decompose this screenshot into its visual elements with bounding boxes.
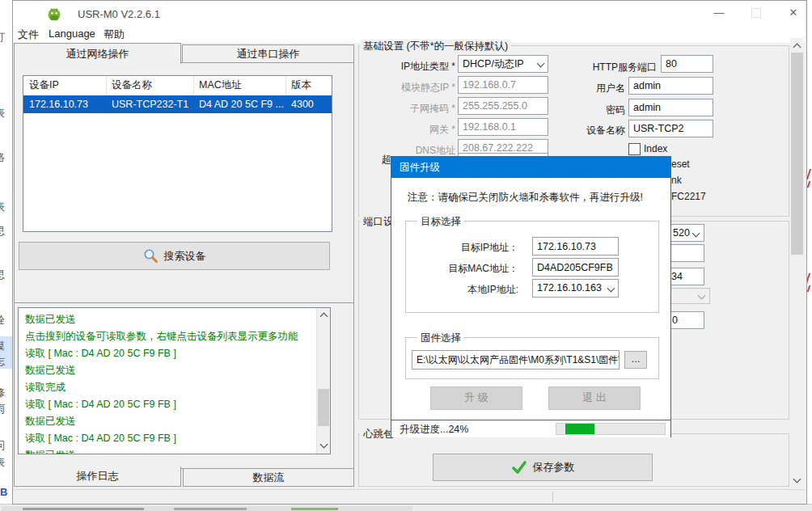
column-header-mac[interactable]: MAC地址 (193, 76, 286, 95)
check-icon (511, 460, 527, 475)
tab-operation-log[interactable]: 操作日志 (14, 467, 181, 487)
progress-chunk (565, 424, 594, 434)
window-title: USR-M0 V2.2.6.1 (78, 8, 160, 20)
device-table[interactable]: 设备IP 设备名称 MAC地址 版本 172.16.10.73 USR-TCP2… (23, 75, 332, 232)
reset-checkbox-label-fragment: eset (671, 158, 690, 170)
edge-fragment: 络 (0, 150, 6, 165)
edge-fragment: 思 (0, 224, 6, 239)
edge-fragment: 表 (0, 106, 6, 120)
log-box[interactable]: 数据已发送 点击搜到的设备可读取参数，右键点击设备列表显示更多功能 读取 [ M… (18, 307, 331, 454)
exit-button[interactable]: 退 出 (548, 386, 641, 410)
edge-fragment: 表 (0, 200, 6, 214)
statusbar-divider (552, 492, 553, 502)
http-port-label: HTTP服务端口 (576, 61, 657, 74)
target-select-title: 目标选择 (417, 215, 464, 229)
scroll-down-icon[interactable] (793, 475, 801, 484)
dialog-titlebar[interactable]: 固件升级 (391, 157, 670, 178)
username-label: 用户名 (544, 82, 625, 95)
password-label: 密码 (544, 103, 625, 117)
target-ip-field[interactable] (532, 237, 619, 256)
cell-mac: D4 AD 20 5C F9 ... (193, 95, 285, 113)
index-checkbox[interactable] (628, 143, 641, 155)
app-icon (46, 6, 62, 22)
search-device-label: 搜索设备 (164, 249, 206, 264)
maximize-icon (751, 8, 761, 18)
edge-fragment: 雨 (0, 402, 6, 416)
device-name-label: 设备名称 (544, 124, 625, 137)
edge-fragment: 栓 (0, 313, 6, 327)
index-checkbox-label: Index (644, 143, 667, 154)
edge-red-mark (807, 181, 811, 188)
menu-help[interactable]: 帮助 (100, 27, 128, 42)
edge-fragment: 问 (0, 438, 6, 453)
subnet-mask-label: 子网掩码 * (374, 102, 455, 116)
column-header-name[interactable]: 设备名称 (106, 76, 194, 95)
local-ip-label: 本地IP地址: (429, 283, 518, 297)
firmware-path-field[interactable] (412, 350, 620, 370)
local-ip-select[interactable]: 172.16.10.163 (532, 279, 619, 298)
target-mac-field[interactable] (532, 258, 619, 277)
search-icon (143, 248, 159, 264)
scroll-down-icon[interactable] (320, 441, 328, 449)
settings-scrollbar-thumb[interactable] (791, 53, 803, 255)
menu-file[interactable]: 文件 (15, 27, 42, 42)
edge-fragment-b: B (0, 486, 11, 498)
static-ip-field[interactable] (458, 76, 548, 94)
firmware-upgrade-dialog: 固件升级 注意：请确保已关闭防火墙和杀毒软件，再进行升级! 目标选择 目标IP地… (391, 156, 671, 437)
edge-fragment: 修 (0, 386, 6, 400)
dialog-note: 注意：请确保已关闭防火墙和杀毒软件，再进行升级! (408, 191, 643, 205)
log-line: 读取完成 (25, 381, 66, 395)
log-line: 读取 [ Mac : D4 AD 20 5C F9 FB ] (25, 398, 176, 412)
cell-device-name: USR-TCP232-T1 (106, 95, 193, 113)
bottom-fragment (23, 508, 144, 510)
column-header-ip[interactable]: 设备IP (23, 76, 107, 95)
save-params-button[interactable]: 保存参数 (433, 454, 653, 481)
tab-network-ops[interactable]: 通过网络操作 (14, 43, 181, 64)
maximize-button[interactable] (742, 4, 770, 22)
subnet-mask-field[interactable] (458, 97, 548, 115)
settings-scrollbar[interactable] (790, 38, 804, 489)
username-field[interactable] (628, 77, 713, 95)
bottom-fragment (291, 508, 338, 510)
device-name-field[interactable] (628, 120, 713, 137)
cell-version: 4300 (285, 95, 336, 113)
basic-settings-title: 基础设置 (不带*的一般保持默认) (360, 40, 511, 53)
edge-fragment: 表 (0, 455, 6, 470)
ip-type-select[interactable]: DHCP/动态IP (458, 55, 548, 73)
table-row[interactable]: 172.16.10.73 USR-TCP232-T1 D4 AD 20 5C F… (23, 95, 332, 113)
scroll-up-icon[interactable] (793, 44, 801, 52)
minimize-button[interactable]: — (705, 4, 733, 22)
gateway-label: 网关 * (374, 123, 455, 137)
upgrade-progress-text: 升级进度...24% (400, 423, 468, 437)
column-header-version[interactable]: 版本 (285, 76, 336, 95)
upgrade-button[interactable]: 升 级 (430, 386, 522, 410)
log-line: 数据已发送 (25, 364, 76, 378)
browse-button[interactable]: ... (624, 351, 647, 369)
log-scrollbar-thumb[interactable] (318, 389, 329, 426)
log-line: 数据已发送 (25, 313, 76, 327)
window-statusbar (13, 489, 805, 504)
static-ip-label: 模块静态IP * (374, 81, 455, 95)
log-line: 读取 [ Mac : D4 AD 20 5C F9 FB ] (25, 347, 176, 361)
target-mac-label: 目标MAC地址： (429, 262, 518, 276)
titlebar[interactable]: USR-M0 V2.2.6.1 — ✕ (13, 1, 805, 25)
tab-data-stream[interactable]: 数据流 (183, 468, 354, 487)
edge-fragment: 模 (0, 339, 6, 353)
log-scrollbar[interactable] (316, 308, 330, 454)
dialog-statusbar: 升级进度...24% (391, 420, 670, 437)
password-field[interactable] (628, 99, 713, 116)
log-line: 读取 [ Mac : D4 AD 20 5C F9 FB ] (25, 432, 176, 446)
search-device-button[interactable]: 搜索设备 (19, 242, 330, 270)
close-button[interactable]: ✕ (780, 4, 807, 22)
http-port-field[interactable] (661, 55, 713, 73)
menu-language[interactable]: Language (45, 27, 99, 40)
ip-type-label: IP地址类型 * (374, 60, 455, 74)
firmware-select-title: 固件选择 (417, 332, 464, 345)
edge-fragment: 打 (0, 30, 6, 44)
tab-serial-ops[interactable]: 通过串口操作 (182, 44, 354, 63)
rfc2217-checkbox-label-fragment: FC2217 (671, 191, 706, 202)
link-checkbox-label-fragment: nk (671, 175, 682, 186)
gateway-field[interactable] (458, 118, 548, 136)
scroll-up-icon[interactable] (320, 313, 328, 321)
log-line: 点击搜到的设备可读取参数，右键点击设备列表显示更多功能 (25, 330, 298, 344)
